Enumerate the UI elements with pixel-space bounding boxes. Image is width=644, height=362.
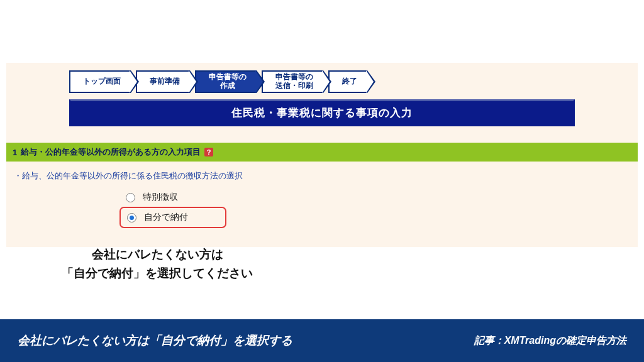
footer-bar: 会社にバレたくない方は「自分で納付」を選択する 記事：XMTradingの確定申… (0, 319, 644, 362)
footer-article-ref: 記事：XMTradingの確定申告方法 (474, 334, 626, 348)
radio-label-tokubetsu: 特別徴収 (143, 192, 178, 203)
radio-icon[interactable] (126, 193, 135, 202)
instruction-text: ・給与、公的年金等以外の所得に係る住民税の徴収方法の選択 (6, 162, 638, 188)
content-area: トップ画面 事前準備 申告書等の 作成 申告書等の 送信・印刷 終了 住民税・事… (6, 63, 638, 247)
breadcrumb-step-prep[interactable]: 事前準備 (136, 70, 190, 93)
footer-headline: 会社にバレたくない方は「自分で納付」を選択する (18, 332, 292, 349)
breadcrumb-step-end[interactable]: 終了 (328, 70, 367, 93)
explain-line-1: 会社にバレたくない方は (38, 245, 277, 264)
radio-row-tokubetsu[interactable]: 特別徴収 (119, 188, 638, 207)
section-title: 給与・公的年金等以外の所得がある方の入力項目 (21, 146, 201, 158)
section-number: 1 (13, 148, 17, 157)
breadcrumb: トップ画面 事前準備 申告書等の 作成 申告書等の 送信・印刷 終了 (6, 63, 638, 99)
breadcrumb-step-top[interactable]: トップ画面 (69, 70, 131, 93)
breadcrumb-step-send[interactable]: 申告書等の 送信・印刷 (262, 70, 323, 93)
page-title: 住民税・事業税に関する事項の入力 (69, 99, 575, 126)
radio-group-collection-method: 特別徴収 自分で納付 (6, 188, 638, 228)
section-header: 1 給与・公的年金等以外の所得がある方の入力項目 ? (6, 143, 638, 162)
breadcrumb-step-create[interactable]: 申告書等の 作成 (195, 70, 257, 93)
radio-icon[interactable] (127, 213, 136, 222)
explain-line-2: 「自分で納付」を選択してください (38, 264, 277, 283)
radio-label-jibun: 自分で納付 (144, 212, 188, 223)
help-icon[interactable]: ? (204, 148, 213, 156)
explain-caption: 会社にバレたくない方は 「自分で納付」を選択してください (38, 245, 277, 283)
radio-row-jibun[interactable]: 自分で納付 (119, 207, 226, 228)
